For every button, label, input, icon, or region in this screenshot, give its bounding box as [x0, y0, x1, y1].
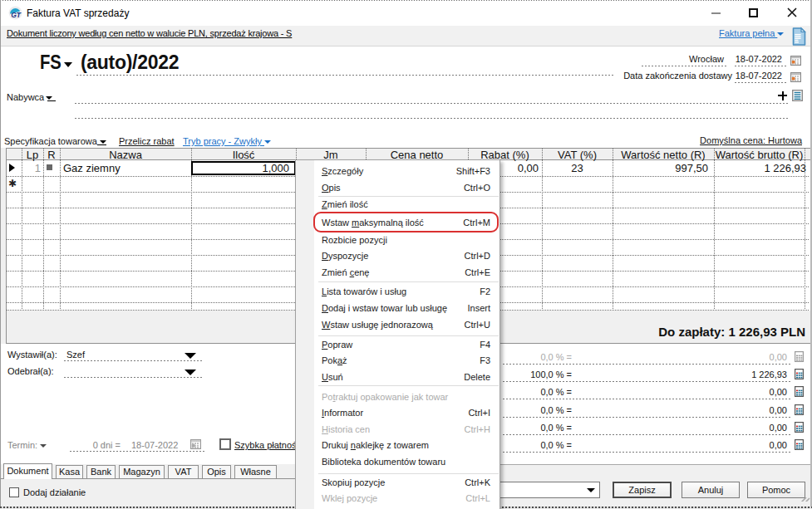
- svg-text:GT: GT: [11, 11, 22, 19]
